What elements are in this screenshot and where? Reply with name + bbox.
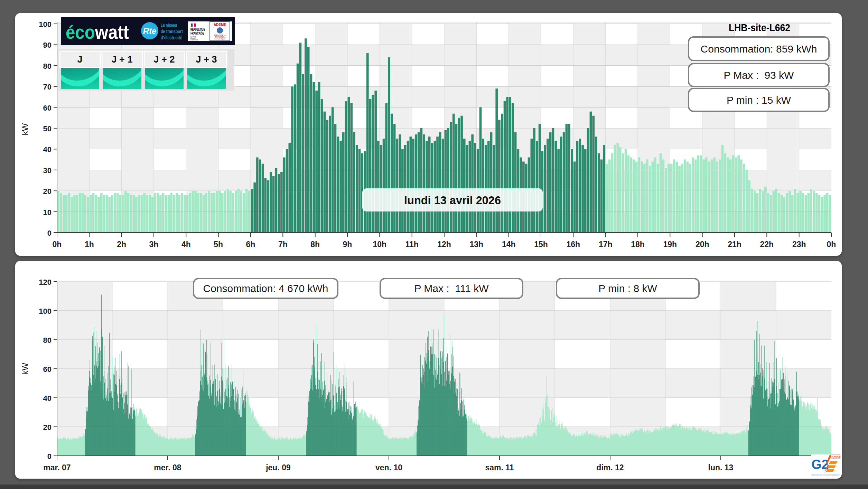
svg-text:lundi 13 avril 2026: lundi 13 avril 2026 (404, 194, 501, 207)
svg-text:LHB-site-L662: LHB-site-L662 (729, 22, 790, 33)
svg-text:Consommation: 4 670 kWh: Consommation: 4 670 kWh (203, 283, 328, 294)
svg-text:0: 0 (47, 452, 52, 461)
svg-text:16h: 16h (566, 240, 580, 249)
svg-text:2h: 2h (117, 240, 126, 249)
svg-text:jeu. 09: jeu. 09 (265, 463, 291, 472)
svg-text:Consommation: 859 kWh: Consommation: 859 kWh (701, 43, 817, 55)
svg-text:70: 70 (43, 83, 52, 91)
svg-text:Optimisation des ressources én: Optimisation des ressources énergétiques (812, 474, 839, 476)
svg-text:Fraternité: Fraternité (190, 39, 198, 41)
svg-text:80: 80 (43, 336, 52, 345)
svg-text:80: 80 (43, 62, 52, 70)
svg-text:20: 20 (43, 187, 52, 196)
svg-text:mer. 08: mer. 08 (154, 463, 181, 472)
svg-text:P min : 15 kW: P min : 15 kW (727, 94, 791, 106)
svg-text:8h: 8h (310, 240, 320, 249)
svg-text:dim. 12: dim. 12 (596, 463, 624, 472)
svg-text:écowatt: écowatt (66, 21, 129, 43)
svg-text:J: J (77, 54, 82, 65)
svg-text:RÉPUBLIQUE: RÉPUBLIQUE (190, 27, 205, 31)
svg-text:40: 40 (43, 394, 52, 403)
svg-text:17h: 17h (599, 240, 613, 249)
svg-text:kW: kW (20, 363, 30, 375)
svg-text:J + 2: J + 2 (154, 54, 175, 65)
svg-text:mar. 07: mar. 07 (43, 463, 71, 472)
svg-text:15h: 15h (534, 240, 548, 249)
svg-text:FRANÇAISE: FRANÇAISE (190, 31, 204, 35)
svg-text:1h: 1h (85, 240, 94, 249)
svg-text:18h: 18h (631, 240, 645, 249)
svg-text:22h: 22h (760, 240, 774, 249)
svg-text:6h: 6h (246, 240, 255, 249)
svg-text:ADEME: ADEME (214, 23, 226, 27)
svg-text:30: 30 (43, 166, 52, 175)
svg-text:Le réseau: Le réseau (161, 22, 177, 28)
svg-text:0h: 0h (53, 240, 62, 249)
svg-text:de transport: de transport (161, 28, 183, 34)
svg-text:13h: 13h (469, 240, 483, 249)
svg-text:P min : 8 kW: P min : 8 kW (598, 283, 657, 294)
svg-text:100: 100 (39, 20, 52, 29)
svg-text:23h: 23h (792, 240, 806, 249)
svg-text:120: 120 (39, 278, 52, 286)
svg-text:kW: kW (20, 123, 30, 135)
svg-text:ven. 10: ven. 10 (375, 463, 402, 472)
svg-text:4h: 4h (181, 240, 191, 249)
svg-text:lun. 13: lun. 13 (708, 463, 734, 472)
svg-text:10h: 10h (373, 240, 386, 249)
svg-text:9h: 9h (343, 240, 352, 249)
svg-text:11h: 11h (405, 240, 419, 249)
svg-text:J + 1: J + 1 (112, 54, 133, 65)
svg-text:40: 40 (43, 145, 52, 154)
svg-text:d’électricité: d’électricité (161, 35, 182, 40)
svg-text:100: 100 (39, 307, 52, 316)
svg-text:0: 0 (47, 229, 52, 237)
svg-text:12h: 12h (437, 240, 451, 249)
svg-text:21h: 21h (728, 240, 741, 249)
svg-text:P Max : 93 kW: P Max : 93 kW (724, 69, 794, 81)
svg-text:7h: 7h (278, 240, 288, 249)
svg-text:FRANCE: FRANCE (830, 455, 841, 458)
svg-text:sam. 11: sam. 11 (485, 463, 514, 472)
svg-text:0h: 0h (827, 240, 836, 249)
svg-text:14h: 14h (502, 240, 516, 249)
svg-text:ÉCOLOGIQUE: ÉCOLOGIQUE (215, 38, 225, 40)
svg-text:10: 10 (43, 208, 52, 217)
svg-text:5h: 5h (214, 240, 223, 249)
svg-text:20: 20 (43, 423, 52, 432)
svg-text:60: 60 (43, 365, 52, 374)
svg-text:Rte: Rte (143, 26, 157, 36)
svg-text:19h: 19h (663, 240, 677, 249)
svg-text:90: 90 (43, 41, 52, 49)
svg-text:60: 60 (43, 104, 52, 112)
svg-text:20h: 20h (696, 240, 709, 249)
svg-text:50: 50 (43, 124, 52, 133)
svg-text:P Max : 111 kW: P Max : 111 kW (414, 283, 489, 294)
svg-text:J + 3: J + 3 (196, 54, 217, 65)
svg-text:3h: 3h (149, 240, 159, 249)
